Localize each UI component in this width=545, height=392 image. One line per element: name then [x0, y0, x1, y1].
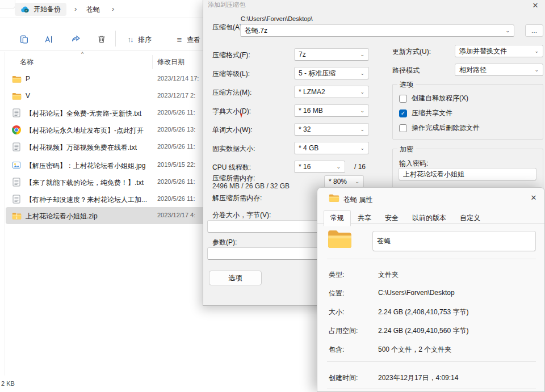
file-row[interactable]: 【来了就能下载的论坛，纯免费！】.txt 2020/5/26 11: [6, 174, 204, 191]
path-mode-select[interactable]: 相对路径⌄ [455, 64, 543, 76]
column-divider[interactable] [152, 55, 153, 69]
file-row[interactable]: 【村花论坛永久地址发布页】-点此打开 2020/5/26 13: [6, 121, 204, 138]
column-header-date[interactable]: 修改日期 [157, 57, 185, 67]
dictionary-select[interactable]: * 16 MB⌄ [294, 104, 369, 117]
chevron-down-icon: ⌄ [534, 67, 539, 73]
tab-general[interactable]: 常规 [324, 210, 351, 226]
method-select[interactable]: * LZMA2⌄ [294, 86, 369, 98]
delete-after-checkbox[interactable]: 操作完成后删除源文件 [399, 123, 480, 133]
chevron-down-icon: ⌄ [360, 108, 364, 113]
text-file-icon [11, 177, 22, 187]
archive-label: 压缩包(A) [212, 23, 242, 32]
tab-sharing[interactable]: 共享 [351, 210, 378, 226]
text-file-icon [11, 142, 22, 152]
browse-button[interactable]: ... [525, 24, 543, 37]
file-row[interactable]: 【有种子却没速度？来村花论坛人工加... 2020/5/26 11: [6, 191, 204, 208]
cpu-threads-max: / 16 [354, 163, 366, 171]
memory-percent-select[interactable]: * 80%⌄ [324, 175, 364, 188]
sort-button[interactable]: ↑↓ [124, 33, 136, 45]
sort-arrows-icon: ↑↓ [128, 35, 133, 44]
rename-button[interactable] [42, 33, 54, 45]
word-size-select[interactable]: * 32⌄ [294, 123, 369, 136]
file-name: 【村花论坛永久地址发布页】-点此打开 [26, 126, 144, 136]
file-row[interactable]: 【村花视频】万部视频免费在线看.txt 2020/5/26 11: [6, 138, 204, 155]
folder-properties-dialog: 苍蝇 属性 ✕ 常规 共享 安全 以前的版本 自定义 类型: 文件夹 位置: C… [317, 187, 545, 392]
location-value: C:\Users\Forven\Desktop [378, 289, 455, 297]
file-name: P [26, 75, 30, 83]
close-icon[interactable]: ✕ [527, 192, 540, 203]
type-value: 文件夹 [378, 270, 399, 280]
contains-value: 500 个文件，2 个文件夹 [378, 345, 451, 355]
sort-button-label[interactable]: 排序 [138, 35, 152, 45]
password-input[interactable] [399, 168, 536, 180]
tab-customize[interactable]: 自定义 [453, 210, 487, 226]
status-bar-size: 2 KB [1, 380, 15, 387]
archive-name-combo[interactable]: ⌄ [240, 24, 514, 37]
chevron-down-icon: ⌄ [360, 70, 364, 76]
paste-button[interactable] [18, 33, 30, 45]
file-row[interactable]: 【解压密码】：上村花论坛看小姐姐.jpg 2019/5/15 22: [6, 157, 204, 174]
close-icon[interactable]: ✕ [529, 0, 542, 10]
archive-path: C:\Users\Forven\Desktop\ [241, 15, 313, 22]
checkbox-checked-icon: ✓ [399, 109, 407, 117]
file-date: 2019/5/15 22: [157, 161, 195, 168]
dictionary-label: 字典大小(D): [212, 107, 251, 116]
solid-block-select[interactable]: * 4 GB⌄ [294, 142, 369, 154]
window-tab-fragment [0, 0, 15, 9]
column-header-name[interactable]: 名称 [20, 57, 33, 67]
file-date: 2020/5/26 11: [157, 109, 195, 116]
zip-folder-icon [11, 210, 22, 221]
chevron-down-icon: ⌄ [360, 52, 364, 57]
tab-security[interactable]: 安全 [378, 210, 405, 226]
created-value: 2023年12月17日，4:09:14 [378, 373, 458, 383]
options-group-title: 选项 [397, 80, 416, 90]
chevron-down-icon[interactable]: ⌄ [501, 28, 514, 33]
chevron-down-icon: ⌄ [360, 89, 364, 95]
file-row-selected[interactable]: 上村花论坛看小姐姐.zip 2023/12/17 4: [6, 207, 204, 224]
cpu-threads-select[interactable]: * 16⌄ [294, 161, 345, 173]
chevron-right-icon: › [74, 5, 77, 13]
format-select[interactable]: 7z⌄ [294, 48, 369, 61]
file-date: 2020/5/26 13: [157, 126, 195, 133]
breadcrumb-current[interactable]: 苍蝇 [86, 5, 100, 15]
folder-icon [329, 193, 339, 204]
chevron-down-icon: ⌄ [336, 164, 341, 170]
file-row[interactable]: 【村花论坛】全免费-无套路-更新快.txt 2020/5/26 11: [6, 104, 204, 121]
share-button[interactable] [69, 33, 82, 45]
chevron-down-icon: ⌄ [355, 179, 359, 184]
size-label: 大小: [329, 307, 344, 317]
folder-name-input[interactable] [372, 231, 536, 251]
update-mode-select[interactable]: 添加并替换文件⌄ [455, 45, 543, 57]
tab-previous-versions[interactable]: 以前的版本 [405, 210, 453, 226]
file-date: 2023/12/17 2: [157, 92, 195, 99]
sfx-checkbox[interactable]: 创建自释放程序(X) [399, 94, 468, 103]
view-button-label[interactable]: 查看 [187, 35, 200, 45]
file-row[interactable]: V 2023/12/17 2: [6, 87, 204, 104]
memory-compress-value: 2496 MB / 26 GB / 32 GB [212, 182, 290, 190]
file-date: 2020/5/26 11: [157, 195, 195, 202]
share-icon [71, 35, 81, 44]
file-date: 2020/5/26 11: [157, 178, 195, 185]
view-button[interactable]: ≡ [173, 33, 186, 45]
archive-name-input[interactable] [241, 27, 501, 35]
pane-edge [5, 52, 5, 376]
file-row[interactable]: P 2023/12/14 17: [6, 70, 204, 87]
breadcrumb-root-label: 开始备份 [33, 5, 61, 14]
chrome-icon [11, 125, 22, 135]
delete-button[interactable] [95, 33, 108, 45]
parameters-label: 参数(P): [212, 238, 237, 247]
options-button[interactable]: 选项 [209, 271, 262, 285]
divider [327, 389, 536, 389]
level-select[interactable]: 5 - 标准压缩⌄ [294, 67, 369, 79]
tab-strip: 常规 共享 安全 以前的版本 自定义 [324, 210, 487, 226]
location-label: 位置: [329, 289, 344, 298]
trash-icon [97, 35, 106, 44]
divider [327, 259, 536, 259]
encryption-group-title: 加密 [397, 145, 416, 154]
level-label: 压缩等级(L): [212, 69, 250, 79]
shared-files-checkbox[interactable]: ✓ 压缩共享文件 [399, 108, 452, 118]
folder-icon-large [327, 228, 353, 251]
file-name: 【解压密码】：上村花论坛看小姐姐.jpg [26, 161, 145, 171]
file-name: 【村花视频】万部视频免费在线看.txt [26, 143, 137, 153]
breadcrumb-root[interactable]: 开始备份 [15, 3, 66, 16]
